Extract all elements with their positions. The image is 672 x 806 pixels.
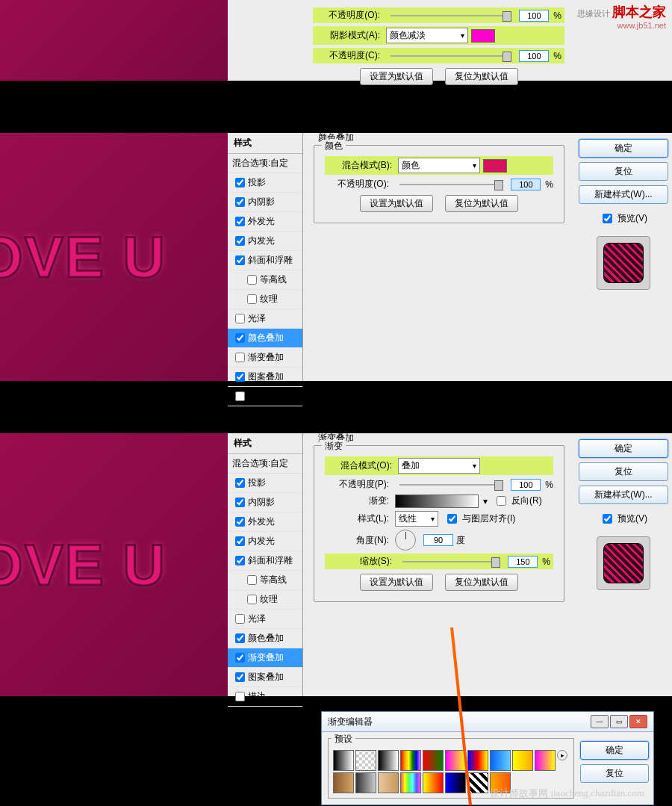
align-checkbox[interactable]	[447, 514, 457, 524]
style-checkbox[interactable]	[235, 217, 245, 226]
ok-button[interactable]: 确定	[579, 439, 668, 458]
blend-options[interactable]: 混合选项:自定	[228, 454, 302, 474]
style-item-投影[interactable]: 投影	[228, 474, 302, 493]
window-titlebar[interactable]: 渐变编辑器 — ▭ ✕	[322, 712, 653, 732]
opacity-slider[interactable]	[399, 484, 503, 486]
preview-checkbox[interactable]	[603, 514, 612, 524]
gradient-preset[interactable]	[445, 750, 466, 771]
style-checkbox[interactable]	[235, 236, 245, 246]
style-item-投影[interactable]: 投影	[228, 173, 302, 193]
cancel-button[interactable]: 复位	[579, 462, 668, 481]
preview-checkbox[interactable]	[603, 214, 612, 223]
cancel-button[interactable]: 复位	[579, 162, 668, 181]
reverse-checkbox[interactable]	[497, 496, 506, 506]
style-item-内阴影[interactable]: 内阴影	[228, 493, 302, 512]
style-item-颜色叠加[interactable]: 颜色叠加	[228, 629, 302, 648]
style-checkbox[interactable]	[235, 653, 245, 663]
style-item-光泽[interactable]: 光泽	[228, 309, 302, 329]
style-checkbox[interactable]	[235, 497, 245, 507]
style-item-渐变叠加[interactable]: 渐变叠加	[228, 348, 302, 368]
scale-value[interactable]: 150	[508, 556, 538, 568]
gradient-preset[interactable]	[355, 750, 376, 771]
style-checkbox[interactable]	[235, 478, 245, 488]
gradient-preset[interactable]	[355, 772, 376, 793]
style-item-光泽[interactable]: 光泽	[228, 610, 302, 629]
gradient-preset[interactable]	[535, 750, 556, 771]
style-checkbox[interactable]	[247, 275, 257, 285]
style-checkbox[interactable]	[235, 536, 245, 546]
gradient-preset[interactable]	[467, 750, 488, 771]
gradient-preset[interactable]	[490, 750, 511, 771]
maximize-icon[interactable]: ▭	[610, 715, 628, 728]
reset-default-button[interactable]: 复位为默认值	[445, 68, 518, 85]
style-item-渐变叠加[interactable]: 渐变叠加	[228, 648, 302, 668]
close-icon[interactable]: ✕	[629, 715, 647, 728]
style-item-颜色叠加[interactable]: 颜色叠加	[228, 329, 302, 348]
style-checkbox[interactable]	[235, 197, 245, 207]
blend-mode-select[interactable]: 叠加	[398, 458, 480, 474]
shadow-color-swatch[interactable]	[471, 29, 495, 43]
reset-button[interactable]: 复位	[580, 764, 649, 783]
gradient-preset[interactable]	[400, 750, 421, 771]
style-item-图案叠加[interactable]: 图案叠加	[228, 368, 302, 387]
angle-value[interactable]: 90	[423, 534, 453, 546]
opacity-value[interactable]: 100	[519, 10, 549, 22]
style-checkbox[interactable]	[235, 333, 245, 343]
opacity-value[interactable]: 100	[511, 179, 541, 190]
gradient-preset[interactable]	[445, 772, 466, 793]
reset-default-button[interactable]: 复位为默认值	[445, 574, 518, 591]
style-checkbox[interactable]	[235, 353, 245, 362]
gradient-preset[interactable]	[333, 772, 354, 793]
style-checkbox[interactable]	[235, 672, 245, 682]
style-select[interactable]: 线性	[395, 511, 438, 527]
gradient-picker[interactable]	[395, 495, 479, 508]
gradient-preset[interactable]	[333, 750, 354, 771]
style-checkbox[interactable]	[235, 391, 245, 401]
opacity-c-value[interactable]: 100	[519, 50, 549, 62]
style-checkbox[interactable]	[235, 692, 245, 701]
gradient-preset[interactable]	[378, 750, 399, 771]
gradient-preset[interactable]	[378, 772, 399, 793]
style-checkbox[interactable]	[247, 575, 257, 585]
style-item-描边[interactable]: 描边	[228, 687, 302, 707]
set-default-button[interactable]: 设置为默认值	[360, 574, 433, 591]
new-style-button[interactable]: 新建样式(W)...	[579, 185, 668, 204]
style-checkbox[interactable]	[235, 517, 245, 527]
style-item-斜面和浮雕[interactable]: 斜面和浮雕	[228, 551, 302, 571]
opacity-slider[interactable]	[399, 184, 503, 185]
style-item-外发光[interactable]: 外发光	[228, 212, 302, 232]
shadow-mode-select[interactable]: 颜色减淡	[386, 28, 468, 43]
opacity-slider[interactable]	[391, 15, 511, 16]
minimize-icon[interactable]: —	[591, 715, 609, 728]
scale-slider[interactable]	[402, 561, 500, 562]
new-style-button[interactable]: 新建样式(W)...	[579, 486, 668, 504]
gradient-preset[interactable]	[467, 772, 488, 793]
ok-button[interactable]: 确定	[579, 139, 668, 158]
style-item-纹理[interactable]: 纹理	[228, 290, 302, 309]
style-item-纹理[interactable]: 纹理	[228, 590, 302, 610]
style-item-内发光[interactable]: 内发光	[228, 532, 302, 551]
gradient-preset[interactable]	[423, 750, 444, 771]
style-item-内发光[interactable]: 内发光	[228, 232, 302, 251]
style-checkbox[interactable]	[247, 294, 257, 304]
set-default-button[interactable]: 设置为默认值	[360, 195, 433, 212]
set-default-button[interactable]: 设置为默认值	[360, 68, 433, 85]
color-swatch[interactable]	[483, 159, 507, 173]
style-item-等高线[interactable]: 等高线	[228, 270, 302, 290]
style-checkbox[interactable]	[247, 595, 257, 604]
style-checkbox[interactable]	[235, 556, 245, 565]
style-item-等高线[interactable]: 等高线	[228, 571, 302, 590]
style-checkbox[interactable]	[235, 255, 245, 265]
opacity-c-slider[interactable]	[391, 55, 511, 57]
style-item-描边[interactable]: 描边	[228, 387, 302, 406]
style-checkbox[interactable]	[235, 372, 245, 382]
style-checkbox[interactable]	[235, 633, 245, 643]
preset-menu-icon[interactable]: ▸	[557, 750, 567, 760]
gradient-preset[interactable]	[423, 772, 444, 793]
ok-button[interactable]: 确定	[580, 741, 649, 760]
style-checkbox[interactable]	[235, 614, 245, 624]
style-checkbox[interactable]	[235, 314, 245, 323]
gradient-preset[interactable]	[512, 750, 533, 771]
gradient-preset[interactable]	[400, 772, 421, 793]
style-item-外发光[interactable]: 外发光	[228, 512, 302, 532]
